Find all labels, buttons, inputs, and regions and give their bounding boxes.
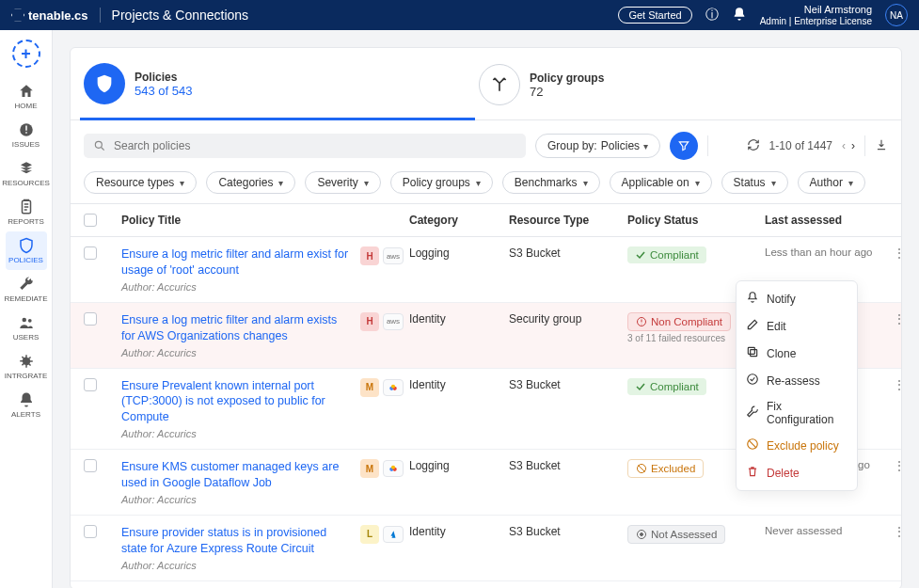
rail-label: ISSUES (12, 140, 40, 149)
page-title: Projects & Connections (100, 8, 249, 23)
filter-chip-resource-types[interactable]: Resource types▾ (84, 171, 197, 194)
filter-chip-status[interactable]: Status▾ (721, 171, 788, 194)
group-by-label: Group by: (547, 139, 597, 152)
menu-item-fix-configuration[interactable]: Fix Configuration (737, 394, 857, 432)
rail-item-home[interactable]: HOME (6, 77, 47, 116)
severity-badge: L (360, 525, 379, 544)
chevron-down-icon: ▾ (364, 178, 369, 188)
chevron-down-icon: ▾ (583, 178, 588, 188)
avatar[interactable]: NA (885, 4, 908, 26)
svg-point-21 (748, 374, 758, 385)
row-menu-button[interactable]: ⋮ (893, 459, 910, 472)
policy-title-link[interactable]: Ensure Prevalent known internal port (TC… (121, 378, 351, 426)
rail-item-policies[interactable]: POLICIES (6, 231, 47, 270)
gcp-icon (383, 379, 404, 396)
notification-bell-icon[interactable] (732, 7, 747, 24)
policy-title-link[interactable]: Ensure a log metric filter and alarm exi… (121, 246, 351, 278)
author-text: Author: Accurics (121, 347, 351, 358)
rail-item-resources[interactable]: RESOURCES (6, 154, 47, 193)
rail-label: REMEDIATE (4, 294, 47, 303)
filter-chip-author[interactable]: Author▾ (798, 171, 865, 194)
pencil-icon (746, 318, 759, 334)
svg-rect-20 (748, 347, 754, 354)
menu-item-notify[interactable]: Notify (737, 285, 857, 312)
row-checkbox[interactable] (84, 459, 97, 472)
select-all-checkbox[interactable] (84, 214, 97, 227)
tab-policy-groups[interactable]: Policy groups 72 (475, 57, 870, 119)
policy-title-link[interactable]: Ensure provider status is in provisioned… (121, 525, 351, 557)
menu-item-delete[interactable]: Delete (737, 459, 857, 486)
filter-chip-policy-groups[interactable]: Policy groups▾ (390, 171, 493, 194)
brand-logo[interactable]: tenable.cs (11, 8, 88, 23)
status-badge: Compliant (627, 246, 706, 263)
aws-icon: aws (383, 247, 404, 264)
rail-item-alerts[interactable]: ALERTS (6, 386, 47, 424)
filter-button[interactable] (670, 132, 698, 160)
col-status: Policy Status (627, 214, 759, 227)
prev-page-button[interactable]: ‹ (842, 139, 846, 152)
help-icon[interactable]: ⓘ (705, 7, 719, 24)
rail-item-issues[interactable]: ISSUES (6, 116, 47, 154)
rail-label: ALERTS (11, 410, 40, 419)
create-button[interactable]: + (12, 40, 40, 68)
author-text: Author: Accurics (121, 428, 351, 439)
split-icon (479, 64, 520, 105)
category-cell: Logging (409, 459, 503, 472)
row-menu-button[interactable]: ⋮ (893, 378, 910, 391)
search-box[interactable] (84, 134, 526, 158)
row-checkbox[interactable] (84, 246, 97, 260)
rail-item-intrgrate[interactable]: INTRGRATE (6, 347, 47, 386)
refresh-icon[interactable] (747, 138, 760, 154)
svg-rect-19 (751, 350, 757, 357)
rail-item-remediate[interactable]: REMEDIATE (6, 270, 47, 309)
rail-item-reports[interactable]: REPORTS (6, 193, 47, 231)
row-checkbox[interactable] (84, 525, 97, 538)
rail-label: USERS (13, 333, 40, 342)
author-text: Author: Accurics (121, 281, 351, 293)
row-checkbox[interactable] (84, 378, 97, 391)
row-menu-button[interactable]: ⋮ (893, 312, 910, 326)
filter-chip-categories[interactable]: Categories▾ (206, 171, 295, 194)
search-icon (93, 139, 106, 152)
menu-item-re-assess[interactable]: Re-assess (737, 367, 857, 394)
policy-title-link[interactable]: Ensure KMS customer managed keys are use… (121, 459, 351, 491)
severity-badge: M (360, 378, 379, 397)
row-menu-button[interactable]: ⋮ (893, 246, 910, 260)
row-checkbox[interactable] (84, 312, 97, 326)
filter-chip-applicable-on[interactable]: Applicable on▾ (610, 171, 712, 194)
user-block[interactable]: Neil Armstrong Admin | Enterprise Licens… (760, 4, 872, 25)
chevron-down-icon: ▾ (278, 178, 283, 188)
wrench-icon (746, 405, 759, 421)
severity-badge: H (360, 312, 379, 331)
shield-icon (84, 63, 125, 104)
chevron-down-icon: ▾ (848, 178, 853, 188)
user-meta: Admin | Enterprise License (760, 16, 872, 26)
next-page-button[interactable]: › (851, 139, 855, 152)
menu-item-exclude-policy[interactable]: Exclude policy (737, 432, 857, 459)
menu-item-clone[interactable]: Clone (737, 340, 857, 367)
status-badge: Non Compliant (627, 312, 731, 331)
azure-icon (383, 526, 404, 543)
resource-cell: S3 Bucket (509, 378, 622, 391)
status-badge: Compliant (627, 378, 706, 395)
category-cell: Identity (409, 378, 503, 391)
filter-chip-severity[interactable]: Severity▾ (305, 171, 380, 194)
menu-item-edit[interactable]: Edit (737, 312, 857, 340)
get-started-button[interactable]: Get Started (618, 7, 691, 24)
rail-item-users[interactable]: USERS (6, 309, 47, 347)
rail-label: REPORTS (8, 217, 44, 226)
filter-chip-benchmarks[interactable]: Benchmarks▾ (502, 171, 600, 194)
col-title: Policy Title (121, 214, 404, 227)
row-menu-button[interactable]: ⋮ (893, 525, 910, 538)
chevron-down-icon: ▾ (643, 141, 648, 151)
policies-label: Policies (135, 71, 192, 84)
policy-title-link[interactable]: Ensure a log metric filter and alarm exi… (121, 312, 351, 344)
check-icon (746, 373, 759, 389)
rail-label: HOME (15, 102, 38, 110)
tab-policies[interactable]: Policies 543 of 543 (80, 57, 475, 120)
group-by-select[interactable]: Group by: Policies ▾ (535, 134, 660, 158)
download-icon[interactable] (875, 138, 888, 154)
search-input[interactable] (114, 139, 516, 152)
controls-row: Group by: Policies ▾ 1-10 of 1447 ‹ › (71, 120, 901, 171)
status-badge: Excluded (627, 459, 704, 478)
